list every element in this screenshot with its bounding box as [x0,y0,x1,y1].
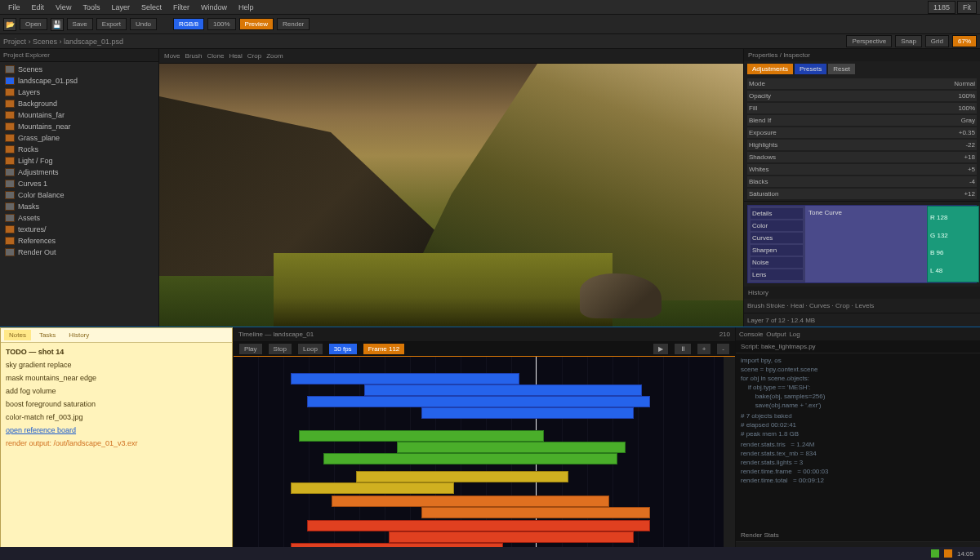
tool-zoom[interactable]: Zoom [266,52,283,60]
tab-history[interactable]: History [64,330,94,340]
tree-item[interactable]: Adjustments [2,167,157,178]
curve-tab[interactable]: Sharpen [751,245,803,256]
property-row[interactable]: Whites+5 [747,164,977,175]
timeline-body[interactable] [234,357,735,560]
zoom-out-icon[interactable]: - [716,343,730,355]
tree-item[interactable]: Color Balance [2,189,157,201]
tree-item[interactable]: Mountains_near [2,121,157,132]
code-editor[interactable]: import bpy, osscene = bpy.context.scenef… [736,353,980,529]
grid-toggle[interactable]: Grid [925,35,949,47]
open-button[interactable]: Open [20,18,47,30]
render-pill[interactable]: Render [277,18,310,30]
tab-output[interactable]: Output [766,331,786,338]
timeline-scrollbar[interactable] [724,357,735,560]
tray-icon[interactable] [944,549,952,558]
zoom-in-icon[interactable]: + [697,343,712,355]
menu-file[interactable]: File [3,2,25,13]
timeline-clip[interactable] [332,496,609,507]
tree-item[interactable]: Light / Fog [2,155,157,167]
canvas[interactable] [159,64,743,327]
curve-body[interactable]: Tone Curve R 128G 132B 96L 48 [805,206,976,282]
tree-item[interactable]: Render Out [2,247,157,258]
tree-item[interactable]: Curves 1 [2,178,157,189]
property-row[interactable]: Highlights-22 [747,140,977,150]
menu-help[interactable]: Help [234,2,259,13]
timeline-clip[interactable] [421,407,634,419]
property-row[interactable]: Exposure+0.35 [747,127,977,138]
mode-pill[interactable]: RGB/8 [173,18,204,30]
open-icon[interactable]: 📂 [3,18,16,31]
menu-tools[interactable]: Tools [78,2,105,13]
menu-view[interactable]: View [51,2,76,13]
tree-item[interactable]: Mountains_far [2,109,157,121]
tab-presets[interactable]: Presets [795,64,826,74]
pause-icon[interactable]: ⏸ [674,343,692,355]
tree-item[interactable]: Rocks [2,144,157,155]
snap-toggle[interactable]: Snap [895,35,922,47]
property-row[interactable]: Saturation+12 [747,189,977,199]
loop-button[interactable]: Loop [297,343,323,355]
tray-icon[interactable] [931,549,939,558]
curve-tab[interactable]: Color [751,220,803,231]
tab-log[interactable]: Log [789,331,800,338]
property-row[interactable]: Blend IfGray [747,115,977,126]
property-row[interactable]: ModeNormal [747,78,977,89]
curve-tab[interactable]: Lens [751,269,803,280]
undo-button[interactable]: Undo [130,18,157,30]
timeline-clip[interactable] [307,520,650,531]
tool-heal[interactable]: Heal [229,52,242,60]
tree-item[interactable]: textures/ [2,224,157,235]
menu-layer[interactable]: Layer [106,2,135,13]
reset-button[interactable]: Reset [828,64,855,74]
zoom-level[interactable]: 67% [952,35,977,47]
tool-brush[interactable]: Brush [185,52,203,60]
timeline-clip[interactable] [364,384,642,396]
menu-select[interactable]: Select [136,2,167,13]
tree-item[interactable]: Assets [2,212,157,224]
play-button[interactable]: Play [238,343,263,355]
fps-pill[interactable]: 30 fps [328,343,358,355]
property-row[interactable]: Blacks-4 [747,176,977,187]
breadcrumb[interactable]: Project › Scenes › landscape_01.psd [3,38,123,46]
tab-console[interactable]: Console [739,331,763,338]
property-row[interactable]: Shadows+18 [747,152,977,162]
notes-body[interactable]: TODO — shot 14 sky gradient replace mask… [1,343,232,549]
timeline-clip[interactable] [291,373,519,384]
notes-link[interactable]: open reference board [6,426,227,434]
property-row[interactable]: Opacity100% [747,91,977,101]
timeline-clip[interactable] [299,430,544,442]
curve-tab[interactable]: Noise [751,257,803,268]
tree-item[interactable]: Masks [2,201,157,212]
preview-pill[interactable]: Preview [239,18,274,30]
property-row[interactable]: Fill100% [747,103,977,113]
stop-button[interactable]: Stop [268,343,292,355]
menu-window[interactable]: Window [196,2,232,13]
timeline-clip[interactable] [356,471,568,482]
tree-item[interactable]: Scenes [2,64,157,75]
play-icon[interactable]: ▶ [653,343,669,355]
history-list[interactable]: Brush Stroke · Heal · Curves · Crop · Le… [744,299,980,313]
tool-clone[interactable]: Clone [207,52,224,60]
tree-item[interactable]: Layers [2,87,157,98]
curve-tab[interactable]: Curves [751,233,803,243]
tab-tasks[interactable]: Tasks [34,330,60,340]
toolbar-right-fit[interactable]: Fit [957,1,977,14]
menu-edit[interactable]: Edit [27,2,50,13]
save-button[interactable]: Save [67,18,93,30]
timeline-clip[interactable] [397,442,626,453]
timeline-clip[interactable] [323,453,617,464]
tree-item[interactable]: References [2,235,157,247]
tree-item[interactable]: Grass_plane [2,132,157,144]
mode-select[interactable]: Perspective [846,35,892,47]
curve-tab[interactable]: Details [751,208,803,219]
export-button[interactable]: Export [96,18,127,30]
timeline-clip[interactable] [389,531,634,543]
zoom-pill[interactable]: 100% [207,18,235,30]
tab-adjustments[interactable]: Adjustments [747,64,793,74]
timeline-clip[interactable] [291,482,454,494]
tool-crop[interactable]: Crop [247,52,261,60]
tool-move[interactable]: Move [164,52,180,60]
tab-notes[interactable]: Notes [4,330,31,340]
timeline-clip[interactable] [307,396,650,407]
menu-filter[interactable]: Filter [168,2,194,13]
